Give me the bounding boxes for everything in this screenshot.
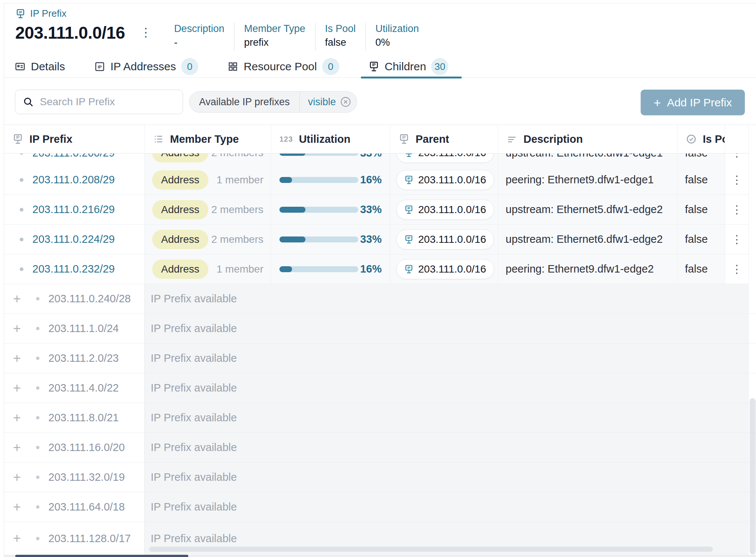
parent-link[interactable]: 203.111.0.0/16 xyxy=(396,229,494,249)
utilization-value: 33% xyxy=(360,233,382,245)
table-row: 203.111.0.232/29 Address 1 member 16% 20… xyxy=(4,254,749,284)
member-type-cell: Address 2 members xyxy=(145,195,271,224)
row-menu-button[interactable]: ⋮ xyxy=(731,174,743,186)
column-header-utilization[interactable]: 123 Utilization xyxy=(271,125,390,153)
column-header-actions xyxy=(725,125,749,153)
utilization-bar-fill xyxy=(279,154,305,156)
meta-value: prefix xyxy=(244,35,305,49)
tab-resource-pool[interactable]: Resource Pool 0 xyxy=(225,55,342,78)
prefix-link[interactable]: 203.111.0.208/29 xyxy=(32,174,115,186)
table-row: 203.111.0.224/29 Address 2 members 33% 2… xyxy=(4,225,749,254)
parent-link[interactable]: 203.111.0.0/16 xyxy=(396,259,494,279)
row-menu-button[interactable]: ⋮ xyxy=(731,264,743,275)
parent-cell: 203.111.0.0/16 xyxy=(390,165,498,194)
vertical-scrollbar-thumb[interactable] xyxy=(750,398,756,554)
prefix-link[interactable]: 203.111.0.232/29 xyxy=(32,263,115,275)
ip-prefix-cell: 203.111.0.232/29 xyxy=(4,254,145,284)
prefix-link[interactable]: 203.111.0.224/29 xyxy=(32,233,115,245)
is-pool-cell: false xyxy=(677,195,725,224)
title-menu-button[interactable]: ⋮ xyxy=(140,26,152,39)
grid-icon xyxy=(227,61,238,72)
row-menu-button[interactable]: ⋮ xyxy=(731,204,743,215)
available-prefix-label: 203.111.0.240/28 xyxy=(48,293,131,305)
available-prefix-row: + 203.111.32.0/19 IP Prefix available xyxy=(4,463,756,492)
available-prefix-label: 203.111.1.0/24 xyxy=(48,322,119,335)
svg-text:IP: IP xyxy=(97,65,102,69)
utilization-cell: 16% xyxy=(271,254,390,284)
add-prefix-icon[interactable]: + xyxy=(13,381,28,395)
bullet-icon xyxy=(36,446,39,449)
add-prefix-icon[interactable]: + xyxy=(13,471,28,484)
ip-prefix-icon xyxy=(368,61,379,72)
ip-prefix-cell: 203.111.0.200/29 xyxy=(4,154,145,165)
member-count: 1 member xyxy=(217,263,263,275)
bullet-icon xyxy=(36,476,39,479)
filter-chip[interactable]: Available IP prefixes visible xyxy=(189,91,357,113)
tab-details[interactable]: Details xyxy=(12,55,67,78)
ip-prefix-icon xyxy=(398,133,410,145)
add-ip-prefix-button[interactable]: + Add IP Prefix xyxy=(641,90,745,115)
ip-prefix-icon xyxy=(404,175,414,185)
ip-prefix-icon xyxy=(404,154,414,158)
row-menu-button[interactable]: ⋮ xyxy=(731,234,743,245)
add-prefix-icon[interactable]: + xyxy=(13,441,28,454)
member-type-badge: Address xyxy=(152,170,208,190)
bullet-icon xyxy=(36,357,39,360)
utilization-bar-fill xyxy=(279,266,292,272)
add-prefix-icon[interactable]: + xyxy=(13,411,28,425)
column-header-is-pool[interactable]: Is Pool xyxy=(677,125,725,153)
search-input[interactable] xyxy=(40,96,175,108)
member-count: 2 members xyxy=(211,154,263,159)
ip-prefix-icon xyxy=(404,205,414,215)
horizontal-scrollbar-thumb[interactable] xyxy=(149,547,713,552)
add-prefix-icon[interactable]: + xyxy=(13,500,28,514)
column-header-parent[interactable]: Parent xyxy=(390,125,498,153)
prefix-link[interactable]: 203.111.0.200/29 xyxy=(32,154,115,159)
filter-chip-label: Available IP prefixes xyxy=(189,96,299,108)
available-prefix-label: 203.111.2.0/23 xyxy=(48,352,119,364)
table-body: 203.111.0.200/29 Address 2 members 33% 2… xyxy=(4,154,756,555)
add-prefix-icon[interactable]: + xyxy=(13,322,28,335)
column-header-description[interactable]: Description xyxy=(498,125,677,153)
description-cell: peering: Ethernet9.dfw1-edge1 xyxy=(498,165,677,194)
column-header-member-type[interactable]: Member Type xyxy=(145,125,271,153)
is-pool-cell: false xyxy=(677,225,725,254)
horizontal-scrollbar-thumb-dark[interactable] xyxy=(15,555,188,557)
add-prefix-icon[interactable]: + xyxy=(13,532,28,545)
text-lines-icon xyxy=(506,133,518,145)
ip-prefix-icon xyxy=(15,9,26,19)
utilization-value: 16% xyxy=(360,263,382,275)
add-prefix-icon[interactable]: + xyxy=(13,352,28,365)
breadcrumb[interactable]: IP Prefix xyxy=(15,8,67,19)
parent-cell: 203.111.0.0/16 xyxy=(390,195,498,224)
row-menu-button[interactable]: ⋮ xyxy=(731,154,743,158)
parent-link[interactable]: 203.111.0.0/16 xyxy=(396,200,494,220)
check-circle-icon xyxy=(686,133,697,145)
add-prefix-icon[interactable]: + xyxy=(13,292,28,306)
member-type-badge: Address xyxy=(152,230,208,249)
horizontal-scrollbar-track xyxy=(4,555,756,557)
prefix-link[interactable]: 203.111.0.216/29 xyxy=(32,203,115,216)
table-row: 203.111.0.216/29 Address 2 members 33% 2… xyxy=(4,195,749,225)
utilization-value: 33% xyxy=(360,203,382,216)
available-prefix-label: 203.111.32.0/19 xyxy=(48,471,125,483)
actions-cell: ⋮ xyxy=(725,225,749,254)
breadcrumb-label: IP Prefix xyxy=(30,8,67,19)
bullet-icon xyxy=(36,416,39,419)
available-prefix-row: + 203.111.0.240/28 IP Prefix available xyxy=(4,284,756,314)
search-icon xyxy=(23,96,34,107)
description-cell: upstream: Ethernet6.dfw1-edge1 xyxy=(498,154,677,165)
utilization-cell: 33% xyxy=(271,154,390,165)
parent-link[interactable]: 203.111.0.0/16 xyxy=(396,154,494,163)
actions-cell: ⋮ xyxy=(725,154,749,165)
column-header-ip-prefix[interactable]: IP Prefix xyxy=(4,125,145,153)
ip-prefix-cell: + 203.111.32.0/19 xyxy=(4,463,145,492)
meta-label: Description xyxy=(174,22,224,35)
parent-link[interactable]: 203.111.0.0/16 xyxy=(396,170,494,190)
ip-prefix-cell: + 203.111.0.240/28 xyxy=(4,284,145,313)
tab-ip-addresses[interactable]: IP IP Addresses 0 xyxy=(92,55,201,78)
tab-children[interactable]: Children 30 xyxy=(366,55,451,78)
bullet-icon xyxy=(36,386,39,390)
remove-filter-icon[interactable] xyxy=(340,96,352,108)
meta-label: Utilization xyxy=(375,22,419,35)
